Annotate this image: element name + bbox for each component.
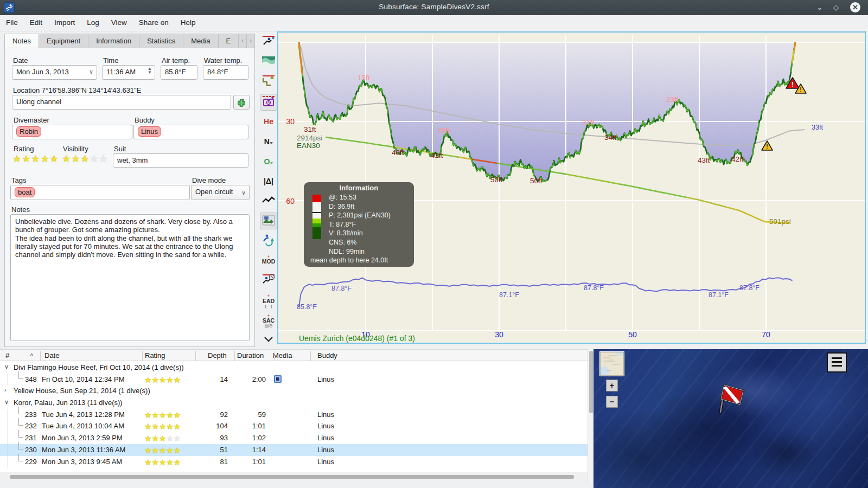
column-header-buddy[interactable]: Buddy [317,351,337,359]
column-header-duration[interactable]: Duration [237,351,264,359]
dive-list-horizontal-scrollbar[interactable] [0,472,588,483]
close-button[interactable]: ✕ [850,2,860,12]
toolbar-gas-switch-icon[interactable] [260,233,277,249]
column-header-num[interactable]: # [5,351,9,359]
info-box-title: Information [304,182,414,192]
dive-row[interactable]: 232Tue Jun 4, 2013 10:04 AM★★★★★1041:01L… [0,420,588,432]
menu-file[interactable]: File [0,15,24,27]
maximize-button[interactable]: ◇ [830,2,842,13]
column-header-media[interactable]: Media [273,351,292,359]
toolbar-waves-icon[interactable] [260,54,277,71]
visibility-stars[interactable]: ★★★★★ [62,153,108,165]
dive-date: Fri Oct 10, 2014 12:34 PM [42,375,124,383]
tab-notes[interactable]: Notes [4,34,39,48]
dive-number: 231 [25,434,37,442]
dive-list-vertical-scrollbar[interactable] [588,349,593,483]
column-divider[interactable] [234,351,235,361]
globe-button[interactable] [233,95,250,110]
toolbar-mod-icon[interactable]: +MOD [260,253,277,269]
tab-equipment[interactable]: Equipment [39,34,88,48]
trip-row[interactable]: ∨Divi Flamingo House Reef, Fri Oct 10, 2… [0,362,588,374]
menu-help[interactable]: Help [175,15,202,27]
dive-buddy: Linus [317,446,334,454]
title-bar: Subsurface: SampleDivesV2.ssrf ⌄ ◇ ✕ [0,0,868,15]
dive-row[interactable]: 233Tue Jun 4, 2013 12:28 PM★★★★★9259Linu… [0,409,588,421]
dive-row[interactable]: 231Mon Jun 3, 2013 2:59 PM★★★★★931:02Lin… [0,432,588,444]
toolbar-nitrogen-icon[interactable]: N₂ [260,133,277,150]
tree-guide-line [8,420,8,432]
column-divider[interactable] [274,351,275,361]
trip-row[interactable]: ›Yellow House, Sun Sep 21, 2014 (1 dive(… [0,385,588,397]
water-temp-field[interactable]: 84.8°F [203,65,248,80]
map-zoom-in-button[interactable]: + [606,380,618,391]
time-spinner[interactable]: ▲▼ [148,67,152,74]
column-divider[interactable] [310,351,311,361]
collapse-trip-icon[interactable]: ∨ [4,399,9,406]
toolbar-dive-computer-icon[interactable] [260,34,277,51]
chevron-down-icon[interactable]: ∨ [89,68,93,75]
column-header-depth[interactable]: Depth [208,351,227,359]
trip-row[interactable]: ∨Koror, Palau, Jun 2013 (11 dive(s)) [0,397,588,409]
map-overview-thumbnail[interactable] [600,352,624,376]
buddy-field[interactable]: Linus [133,125,248,139]
toolbar-helium-icon[interactable]: He [260,113,277,130]
tab-statistics[interactable]: Statistics [139,34,183,48]
dive-site-map[interactable]: + − [593,349,868,488]
media-thumbnail-icon[interactable] [274,375,282,383]
buddy-tag[interactable]: Linus [138,126,161,137]
location-field[interactable]: Ulong channel [12,95,231,110]
menu-share-on[interactable]: Share on [133,15,175,27]
toolbar-ndl-icon[interactable] [260,272,277,289]
toolbar-photos-icon[interactable] [260,213,277,229]
toolbar-ceiling-icon[interactable] [260,74,277,91]
toolbar-heartrate-icon[interactable] [260,193,277,210]
tab-scroll-next[interactable]: › [247,34,255,48]
toolbar-ead-icon[interactable]: +EAD(···) [260,292,277,309]
dive-date: Mon Jun 3, 2013 2:59 PM [42,434,123,442]
toolbar-oxygen-icon[interactable]: O₂ [260,153,277,170]
dive-row[interactable]: 230Mon Jun 3, 2013 11:36 AM★★★★★511:14Li… [0,444,588,456]
tag-chip[interactable]: boat [15,187,35,197]
collapse-trip-icon[interactable]: ∨ [4,363,9,370]
dive-mode-select[interactable]: Open circuit ∨ [191,185,250,200]
divemaster-field[interactable]: Robin [12,125,132,139]
menu-view[interactable]: View [105,15,133,27]
tags-field[interactable]: boat [10,185,190,200]
toolbar-tissue-icon[interactable]: |Δ| [260,173,277,190]
toolbar-sac-icon[interactable]: +SAC▤◷ [260,312,277,329]
tab-information[interactable]: Information [88,34,139,48]
time-field[interactable]: 11:36 AM ▲▼ [102,65,155,80]
notes-textarea[interactable]: Unbelievable dive. Dozens and dozens of … [10,214,250,341]
column-divider[interactable] [142,351,143,361]
toolbar-dc-ceiling-icon[interactable] [260,94,277,111]
divemaster-tag[interactable]: Robin [16,126,41,137]
svg-text:34ft: 34ft [604,133,617,142]
svg-text:2914psi: 2914psi [297,134,322,142]
map-menu-button[interactable] [827,352,847,373]
menu-import[interactable]: Import [48,15,81,27]
dive-row[interactable]: 348Fri Oct 10, 2014 12:34 PM★★★★★142:00L… [0,374,588,386]
column-divider[interactable] [40,351,41,361]
minimize-button[interactable]: ⌄ [814,2,826,13]
tab-e[interactable]: E [219,34,239,48]
date-field[interactable]: Mon Jun 3, 2013 ∨ [12,65,97,80]
dive-row[interactable]: 229Mon Jun 3, 2013 9:45 AM★★★★★811:01Lin… [0,456,588,468]
suit-field[interactable]: wet, 3mm [113,153,248,168]
rating-stars[interactable]: ★★★★★ [12,153,59,165]
menu-log[interactable]: Log [81,15,105,27]
tab-media[interactable]: Media [183,34,218,48]
menu-edit[interactable]: Edit [24,15,48,27]
expand-trip-icon[interactable]: › [4,387,7,393]
column-header-rating[interactable]: Rating [145,351,165,359]
dive-duration: 2:00 [231,375,266,383]
dive-duration: 1:01 [231,458,266,466]
toolbar-collapse-icon[interactable] [260,332,277,349]
dive-list-header[interactable]: #DateRatingDepthDurationMediaBuddy^ [0,349,588,361]
column-header-date[interactable]: Date [44,351,59,359]
tab-scroll-prev[interactable]: ‹ [239,34,247,48]
menu-bar: FileEditImportLogViewShare onHelp [0,15,868,31]
dive-flag-marker[interactable] [712,381,750,419]
air-temp-field[interactable]: 85.8°F [161,65,197,80]
map-zoom-out-button[interactable]: − [606,396,618,408]
column-divider[interactable] [195,351,196,361]
